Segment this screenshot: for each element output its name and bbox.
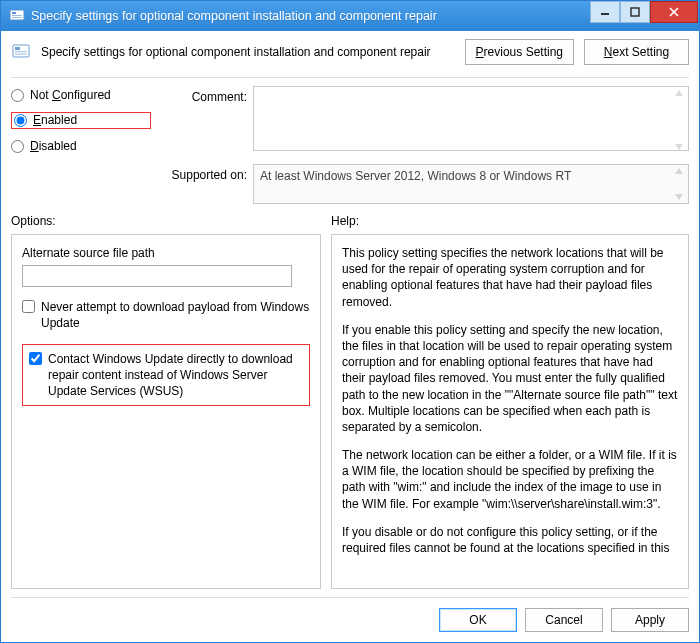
alt-path-block: Alternate source file path: [22, 245, 310, 287]
options-panel: Alternate source file path Never attempt…: [11, 234, 321, 589]
help-paragraph: If you enable this policy setting and sp…: [342, 322, 678, 435]
policy-icon: [11, 42, 31, 62]
separator: [11, 77, 689, 78]
radio-not-configured[interactable]: Not Configured: [11, 88, 151, 102]
help-paragraph: The network location can be either a fol…: [342, 447, 678, 512]
help-paragraph: If you disable or do not configure this …: [342, 524, 678, 556]
gpo-editor-window: Specify settings for optional component …: [0, 0, 700, 643]
never-download-checkbox[interactable]: [22, 300, 35, 313]
options-header: Options:: [11, 214, 321, 228]
header-description: Specify settings for optional component …: [41, 45, 455, 59]
comment-label: Comment:: [157, 86, 247, 104]
supported-label: Supported on:: [157, 164, 247, 182]
config-grid: Not Configured Enabled Disabled Comment:: [11, 86, 689, 204]
help-panel[interactable]: This policy setting specifies the networ…: [331, 234, 689, 589]
wsus-label: Contact Windows Update directly to downl…: [48, 351, 303, 400]
comment-textarea[interactable]: [253, 86, 689, 151]
cancel-button[interactable]: Cancel: [525, 608, 603, 632]
alt-path-label: Alternate source file path: [22, 245, 310, 261]
state-radios: Not Configured Enabled Disabled: [11, 86, 151, 153]
supported-on-box: At least Windows Server 2012, Windows 8 …: [253, 164, 689, 204]
client-area: Specify settings for optional component …: [1, 31, 699, 642]
header-row: Specify settings for optional component …: [11, 39, 689, 75]
radio-not-configured-input[interactable]: [11, 89, 24, 102]
help-column: Help: This policy setting specifies the …: [331, 214, 689, 589]
supported-on-text: At least Windows Server 2012, Windows 8 …: [260, 169, 571, 183]
panes: Options: Alternate source file path Neve…: [11, 214, 689, 589]
apply-button[interactable]: Apply: [611, 608, 689, 632]
previous-setting-button[interactable]: Previous Setting: [465, 39, 574, 65]
svg-rect-1: [12, 12, 16, 14]
help-paragraph: This policy setting specifies the networ…: [342, 245, 678, 310]
wsus-checkbox-row[interactable]: Contact Windows Update directly to downl…: [22, 344, 310, 407]
wsus-checkbox[interactable]: [29, 352, 42, 365]
svg-rect-7: [15, 47, 20, 50]
svg-rect-9: [15, 54, 27, 55]
help-header: Help:: [331, 214, 689, 228]
svg-rect-4: [601, 13, 609, 15]
radio-enabled-input[interactable]: [14, 114, 27, 127]
minimize-button[interactable]: [590, 1, 620, 23]
never-download-checkbox-row[interactable]: Never attempt to download payload from W…: [22, 299, 310, 331]
svg-rect-8: [15, 51, 27, 52]
radio-enabled[interactable]: Enabled: [14, 113, 77, 127]
never-download-label: Never attempt to download payload from W…: [41, 299, 310, 331]
radio-disabled[interactable]: Disabled: [11, 139, 151, 153]
next-setting-button[interactable]: Next Setting: [584, 39, 689, 65]
ok-button[interactable]: OK: [439, 608, 517, 632]
app-icon: [9, 8, 25, 24]
svg-rect-2: [12, 15, 22, 16]
footer: OK Cancel Apply: [11, 597, 689, 632]
radio-disabled-input[interactable]: [11, 140, 24, 153]
close-button[interactable]: [650, 1, 698, 23]
window-buttons: [590, 1, 698, 23]
options-column: Options: Alternate source file path Neve…: [11, 214, 321, 589]
maximize-button[interactable]: [620, 1, 650, 23]
svg-rect-3: [12, 17, 22, 18]
alt-path-input[interactable]: [22, 265, 292, 287]
svg-rect-5: [631, 8, 639, 16]
titlebar[interactable]: Specify settings for optional component …: [1, 1, 699, 31]
window-title: Specify settings for optional component …: [31, 9, 590, 23]
